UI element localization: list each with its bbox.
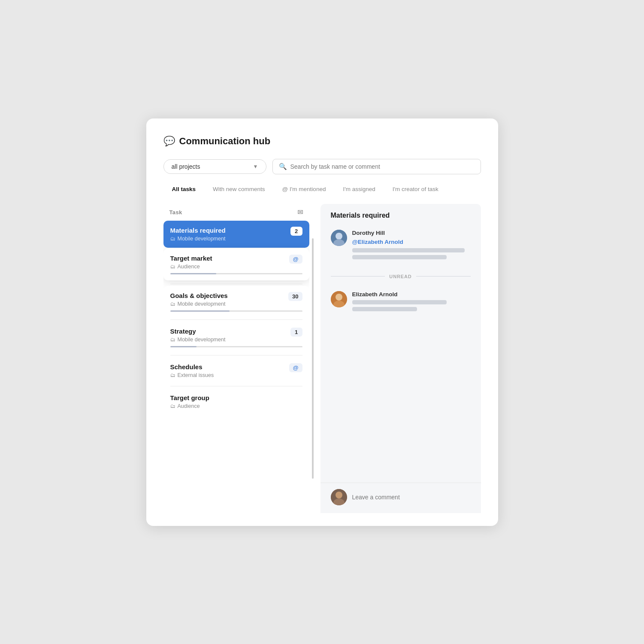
- task-item-goals-objectives[interactable]: Goals & objectives 🗂 Mobile development …: [163, 286, 309, 318]
- comment-mention: @Elizabeth Arnold: [352, 239, 403, 245]
- panel-divider: [312, 238, 314, 479]
- main-layout: Task ✉ Materials required 🗂 Mobile devel…: [163, 204, 481, 513]
- page-header: 💬 Communication hub: [163, 136, 481, 147]
- mention-badge: @: [289, 363, 302, 372]
- svg-point-1: [336, 233, 342, 240]
- task-item-materials-required[interactable]: Materials required 🗂 Mobile development …: [163, 221, 309, 248]
- task-progress: [170, 310, 302, 312]
- task-item-target-market[interactable]: Target market 🗂 Audience @: [163, 249, 309, 280]
- projects-dropdown-label: all projects: [172, 163, 200, 170]
- comment-body-dorothy: Dorothy Hill @Elizabeth Arnold: [352, 230, 471, 262]
- folder-icon: 🗂: [170, 337, 175, 343]
- task-list-panel: Task ✉ Materials required 🗂 Mobile devel…: [163, 204, 309, 513]
- comment-author: Dorothy Hill: [352, 230, 471, 236]
- tab-all-tasks[interactable]: All tasks: [163, 182, 205, 196]
- folder-icon: 🗂: [170, 372, 175, 378]
- task-sub: 🗂 Mobile development: [170, 301, 228, 307]
- comment-input-area: [320, 483, 481, 513]
- avatar-elizabeth: [331, 291, 347, 307]
- projects-dropdown[interactable]: all projects ▼: [163, 159, 266, 174]
- folder-icon: 🗂: [170, 403, 175, 409]
- comment-text-line: [352, 300, 447, 304]
- search-input[interactable]: [290, 163, 475, 170]
- unread-line-right: [416, 276, 471, 276]
- task-divider: [170, 319, 302, 320]
- comment-text-line: [352, 307, 417, 311]
- task-sub: 🗂 Audience: [170, 264, 212, 270]
- comment-input[interactable]: [352, 494, 471, 501]
- task-name: Materials required: [170, 227, 226, 234]
- inbox-icon: ✉: [297, 208, 303, 216]
- comment-item-dorothy: Dorothy Hill @Elizabeth Arnold: [331, 230, 471, 262]
- avatar-current-user: [331, 489, 347, 505]
- task-progress: [170, 346, 302, 347]
- search-icon: 🔍: [279, 163, 287, 170]
- comment-count-badge: 1: [290, 328, 302, 337]
- unread-label: UNREAD: [389, 274, 411, 279]
- task-name: Goals & objectives: [170, 292, 228, 299]
- detail-panel: Materials required Dorothy Hill: [320, 204, 481, 513]
- task-project: Mobile development: [178, 236, 226, 242]
- avatar-dorothy: [331, 230, 347, 246]
- task-divider: [170, 355, 302, 355]
- comment-body-elizabeth: Elizabeth Arnold: [352, 291, 471, 314]
- comment-count-badge: 2: [290, 227, 302, 236]
- task-progress-bar: [170, 310, 230, 312]
- tab-mentioned[interactable]: @ I'm mentioned: [274, 182, 335, 196]
- task-sub: 🗂 External issues: [170, 372, 214, 378]
- task-sub: 🗂 Mobile development: [170, 236, 226, 242]
- comment-count-badge: 30: [288, 292, 302, 301]
- mention-badge: @: [289, 255, 302, 264]
- task-name: Schedules: [170, 363, 214, 371]
- page-title: Communication hub: [179, 136, 271, 147]
- task-name: Target market: [170, 255, 212, 262]
- task-sub: 🗂 Audience: [170, 403, 209, 409]
- task-progress-bar: [170, 346, 197, 347]
- task-progress-bar: [170, 273, 217, 274]
- folder-icon: 🗂: [170, 301, 175, 307]
- unread-divider: UNREAD: [331, 274, 471, 279]
- task-progress: [170, 273, 302, 274]
- comment-text-line: [352, 255, 447, 259]
- task-divider: [170, 386, 302, 386]
- folder-icon: 🗂: [170, 264, 175, 270]
- task-sub: 🗂 Mobile development: [170, 337, 226, 343]
- chevron-down-icon: ▼: [253, 164, 258, 170]
- folder-icon: 🗂: [170, 236, 175, 242]
- task-project: External issues: [178, 372, 214, 378]
- task-project: Audience: [178, 264, 200, 270]
- task-item-schedules[interactable]: Schedules 🗂 External issues @: [163, 357, 309, 384]
- task-name: Target group: [170, 394, 209, 401]
- task-project: Mobile development: [178, 301, 226, 307]
- detail-title: Materials required: [320, 204, 481, 225]
- task-project: Mobile development: [178, 337, 226, 343]
- task-name: Strategy: [170, 328, 226, 335]
- task-list-scroll: Materials required 🗂 Mobile development …: [163, 221, 309, 513]
- task-item-target-group[interactable]: Target group 🗂 Audience: [163, 388, 309, 415]
- task-item-strategy[interactable]: Strategy 🗂 Mobile development 1: [163, 322, 309, 353]
- task-column-label: Task: [169, 209, 182, 216]
- task-list-header: Task ✉: [163, 204, 309, 221]
- chat-icon: 💬: [163, 136, 175, 147]
- comment-author: Elizabeth Arnold: [352, 291, 471, 298]
- app-window: 💬 Communication hub all projects ▼ 🔍 All…: [146, 118, 498, 526]
- comments-area: Dorothy Hill @Elizabeth Arnold UNREAD: [320, 225, 481, 483]
- task-divider: [170, 284, 302, 284]
- svg-point-7: [336, 492, 342, 498]
- comment-item-elizabeth: Elizabeth Arnold: [331, 291, 471, 314]
- tab-creator[interactable]: I'm creator of task: [384, 182, 447, 196]
- tab-assigned[interactable]: I'm assigned: [334, 182, 384, 196]
- task-project: Audience: [178, 403, 200, 409]
- toolbar: all projects ▼ 🔍: [163, 159, 481, 174]
- search-box[interactable]: 🔍: [272, 159, 481, 174]
- tabs-bar: All tasks With new comments @ I'm mentio…: [163, 182, 481, 196]
- svg-point-4: [336, 294, 342, 301]
- unread-line-left: [331, 276, 385, 276]
- tab-new-comments[interactable]: With new comments: [204, 182, 274, 196]
- comment-text-line: [352, 248, 465, 252]
